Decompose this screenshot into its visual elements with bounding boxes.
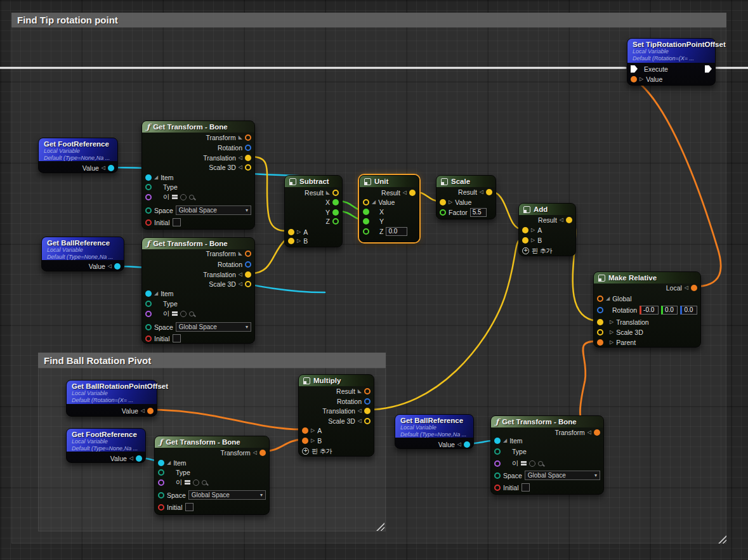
item-pin[interactable] [145, 290, 152, 297]
space-dropdown[interactable]: Global Space▾ [176, 322, 251, 332]
initial-checkbox[interactable] [522, 483, 530, 492]
node-subtract[interactable]: Subtract Result◣ X Y Z ▷A ▷B [284, 175, 343, 247]
b-pin[interactable] [302, 438, 308, 444]
node-get-transform-bone-3[interactable]: ƒGet Transform - Bone Transform◁ ◢Item T… [154, 436, 270, 515]
transform-pin[interactable] [245, 134, 251, 141]
node-header[interactable]: Get BallRotationPointOffset Local Variab… [67, 381, 157, 404]
space-pin[interactable] [145, 207, 152, 214]
scale3d-pin[interactable] [245, 164, 251, 171]
list-icon[interactable] [521, 460, 527, 466]
node-get-transform-bone-4[interactable]: ƒGet Transform - Bone Transform◁ ◢Item T… [490, 415, 604, 495]
name-value[interactable]: 이 [163, 193, 169, 202]
value-pin[interactable] [363, 199, 369, 205]
node-header[interactable]: ƒGet Transform - Bone [142, 238, 254, 249]
name-value[interactable]: 이 [176, 478, 182, 487]
name-value[interactable]: 이 [512, 459, 518, 468]
add-pin-icon[interactable] [522, 247, 529, 254]
translation-pin[interactable] [597, 319, 603, 325]
node-scale[interactable]: Scale Result◁ ▷Value Factor5.5 [436, 175, 496, 219]
space-pin[interactable] [145, 324, 152, 330]
name-pin[interactable] [494, 460, 501, 467]
node-header[interactable]: Unit [360, 176, 419, 187]
transform-pin[interactable] [245, 251, 251, 257]
space-dropdown[interactable]: Global Space▾ [525, 471, 600, 480]
node-header[interactable]: ƒGet Transform - Bone [142, 121, 254, 133]
node-header[interactable]: Multiply [299, 375, 374, 386]
rotation-pin[interactable] [245, 145, 251, 151]
factor-value-input[interactable]: 5.5 [470, 208, 487, 217]
a-pin[interactable] [522, 227, 528, 233]
search-icon[interactable] [538, 461, 543, 466]
result-pin[interactable] [409, 190, 416, 196]
translation-pin[interactable] [364, 408, 371, 414]
parent-pin[interactable] [597, 339, 603, 346]
rotation-x-input[interactable]: -0.0 [640, 306, 659, 315]
value-pin[interactable] [464, 441, 470, 448]
translation-pin[interactable] [245, 271, 251, 278]
rotation-pin[interactable] [245, 261, 251, 268]
local-pin[interactable] [691, 285, 697, 291]
node-get-transform-bone-1[interactable]: ƒGet Transform - Bone Transform◣ Rotatio… [141, 120, 255, 230]
node-multiply[interactable]: Multiply Result◣ Rotation Translation◁ S… [298, 374, 374, 457]
rotation-y-input[interactable]: 0.0 [661, 306, 678, 315]
type-pin[interactable] [158, 469, 164, 476]
space-pin[interactable] [494, 472, 501, 479]
use-selected-icon[interactable] [193, 479, 199, 486]
global-pin[interactable] [597, 296, 603, 302]
space-dropdown[interactable]: Global Space▾ [176, 205, 251, 215]
node-header[interactable]: Scale [436, 176, 495, 187]
item-pin[interactable] [158, 460, 164, 466]
rotation-z-input[interactable]: 0.0 [680, 306, 697, 315]
node-header[interactable]: Add [519, 204, 575, 215]
node-set-tiprotationpointoffset[interactable]: Set TipRotationPointOffset Local Variabl… [627, 38, 716, 86]
blueprint-canvas[interactable]: { "comments": { "tip": { "title": "Find … [0, 0, 748, 560]
node-get-footreference-2[interactable]: Get FootReference Local Variable Default… [66, 428, 146, 463]
result-pin[interactable] [566, 217, 572, 223]
node-header[interactable]: Make Relative [594, 272, 700, 283]
value-pin[interactable] [114, 263, 121, 270]
translation-pin[interactable] [245, 155, 251, 161]
execute-in-pin[interactable] [631, 65, 638, 73]
name-value[interactable]: 이 [163, 309, 169, 318]
name-pin[interactable] [145, 194, 152, 200]
use-selected-icon[interactable] [180, 194, 187, 200]
use-selected-icon[interactable] [180, 311, 187, 317]
value-pin[interactable] [440, 199, 446, 205]
node-header[interactable]: Set TipRotationPointOffset Local Variabl… [627, 39, 715, 63]
node-header[interactable]: ƒGet Transform - Bone [491, 416, 603, 427]
initial-checkbox[interactable] [185, 503, 194, 511]
node-header[interactable]: Subtract [285, 176, 342, 187]
node-add[interactable]: Add Result◁ ▷A ▷B 핀 추가 [518, 203, 576, 256]
execute-out-pin[interactable] [705, 65, 712, 73]
search-icon[interactable] [202, 480, 207, 485]
initial-pin[interactable] [158, 504, 164, 511]
item-pin[interactable] [145, 174, 152, 181]
node-get-ballreference-2[interactable]: Get BallReference Local Variable Default… [395, 414, 474, 449]
initial-pin[interactable] [494, 485, 501, 491]
node-header[interactable]: Get BallReference Local Variable Default… [395, 415, 473, 438]
value-pin[interactable] [108, 165, 114, 171]
item-pin[interactable] [494, 438, 501, 444]
b-pin[interactable] [522, 237, 528, 244]
scale3d-pin[interactable] [245, 281, 251, 287]
space-dropdown[interactable]: Global Space▾ [188, 490, 266, 500]
rotation-pin[interactable] [364, 398, 371, 405]
add-pin-label[interactable]: 핀 추가 [532, 247, 553, 256]
y-pin[interactable] [332, 209, 339, 216]
scale3d-pin[interactable] [597, 329, 603, 335]
list-icon[interactable] [172, 311, 178, 316]
z-pin[interactable] [332, 218, 339, 225]
b-pin[interactable] [288, 238, 294, 244]
transform-pin[interactable] [594, 429, 600, 436]
initial-pin[interactable] [145, 219, 152, 226]
node-get-ballrotationpointoffset[interactable]: Get BallRotationPointOffset Local Variab… [66, 380, 157, 417]
type-pin[interactable] [145, 184, 152, 190]
value-pin[interactable] [631, 76, 637, 82]
factor-pin[interactable] [440, 209, 446, 216]
add-pin-label[interactable]: 핀 추가 [312, 447, 332, 456]
add-pin-icon[interactable] [302, 448, 309, 455]
type-pin[interactable] [494, 448, 501, 455]
node-header[interactable]: Get FootReference Local Variable Default… [39, 138, 117, 161]
node-get-footreference[interactable]: Get FootReference Local Variable Default… [38, 138, 118, 173]
name-pin[interactable] [145, 311, 152, 317]
